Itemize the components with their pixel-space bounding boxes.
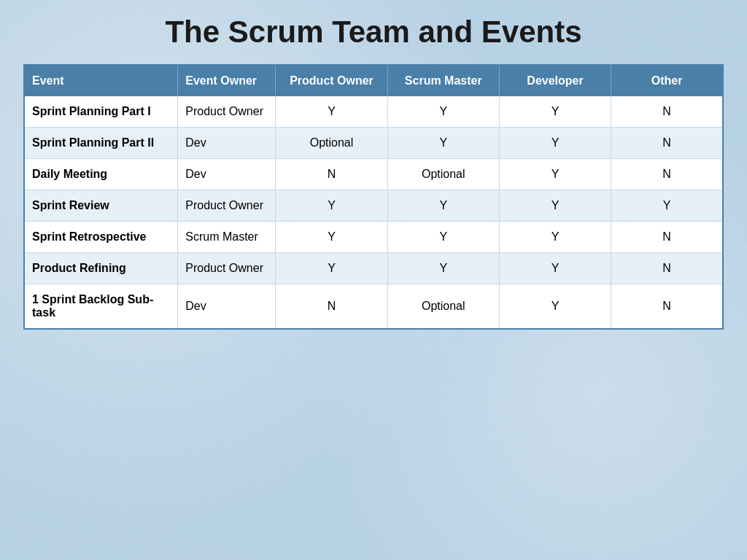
cell-scrum-master: Y	[387, 222, 499, 253]
table-row: Product RefiningProduct OwnerYYYN	[24, 253, 723, 284]
cell-scrum-master: Y	[387, 190, 499, 222]
cell-event: Product Refining	[24, 253, 178, 284]
cell-developer: Y	[499, 222, 611, 253]
cell-scrum-master: Y	[387, 128, 499, 159]
cell-scrum-master: Optional	[387, 159, 499, 190]
cell-product-owner: N	[276, 159, 387, 190]
header-other: Other	[611, 65, 723, 96]
cell-developer: Y	[499, 190, 611, 222]
cell-product-owner: Y	[276, 253, 387, 284]
cell-event-owner: Scrum Master	[178, 222, 276, 253]
header-event: Event	[24, 65, 178, 96]
cell-event-owner: Dev	[178, 128, 276, 159]
cell-other: N	[611, 284, 723, 330]
cell-other: N	[611, 222, 723, 253]
header-developer: Developer	[499, 65, 611, 96]
header-scrum-master: Scrum Master	[387, 65, 499, 96]
cell-other: N	[611, 128, 723, 159]
cell-other: N	[611, 253, 723, 284]
cell-other: N	[611, 96, 723, 128]
cell-developer: Y	[499, 253, 611, 284]
cell-scrum-master: Y	[387, 253, 499, 284]
cell-other: Y	[611, 190, 723, 222]
cell-developer: Y	[499, 96, 611, 128]
cell-event-owner: Product Owner	[178, 96, 276, 128]
cell-scrum-master: Optional	[387, 284, 499, 330]
scrum-events-table: Event Event Owner Product Owner Scrum Ma…	[23, 64, 724, 330]
cell-event-owner: Dev	[178, 284, 276, 330]
page-title: The Scrum Team and Events	[165, 15, 581, 50]
cell-product-owner: Y	[276, 96, 387, 128]
cell-product-owner: Optional	[276, 128, 387, 159]
cell-product-owner: Y	[276, 222, 387, 253]
table-row: 1 Sprint Backlog Sub-taskDevNOptionalYN	[24, 284, 723, 330]
cell-event: Sprint Planning Part I	[24, 96, 178, 128]
header-product-owner: Product Owner	[276, 65, 387, 96]
cell-scrum-master: Y	[387, 96, 499, 128]
cell-product-owner: N	[276, 284, 387, 330]
cell-event: Sprint Retrospective	[24, 222, 178, 253]
cell-product-owner: Y	[276, 190, 387, 222]
table-row: Daily MeetingDevNOptionalYN	[24, 159, 723, 190]
table-row: Sprint Planning Part IProduct OwnerYYYN	[24, 96, 723, 128]
cell-developer: Y	[499, 284, 611, 330]
header-event-owner: Event Owner	[178, 65, 276, 96]
cell-event: Sprint Planning Part II	[24, 128, 178, 159]
table-wrapper: Event Event Owner Product Owner Scrum Ma…	[23, 64, 724, 330]
cell-event-owner: Dev	[178, 159, 276, 190]
table-row: Sprint ReviewProduct OwnerYYYY	[24, 190, 723, 222]
cell-event: Sprint Review	[24, 190, 178, 222]
cell-developer: Y	[499, 159, 611, 190]
table-row: Sprint Planning Part IIDevOptionalYYN	[24, 128, 723, 159]
cell-event-owner: Product Owner	[178, 190, 276, 222]
table-row: Sprint RetrospectiveScrum MasterYYYN	[24, 222, 723, 253]
cell-event: Daily Meeting	[24, 159, 178, 190]
cell-event-owner: Product Owner	[178, 253, 276, 284]
table-header-row: Event Event Owner Product Owner Scrum Ma…	[24, 65, 723, 96]
cell-developer: Y	[499, 128, 611, 159]
cell-other: N	[611, 159, 723, 190]
cell-event: 1 Sprint Backlog Sub-task	[24, 284, 178, 330]
